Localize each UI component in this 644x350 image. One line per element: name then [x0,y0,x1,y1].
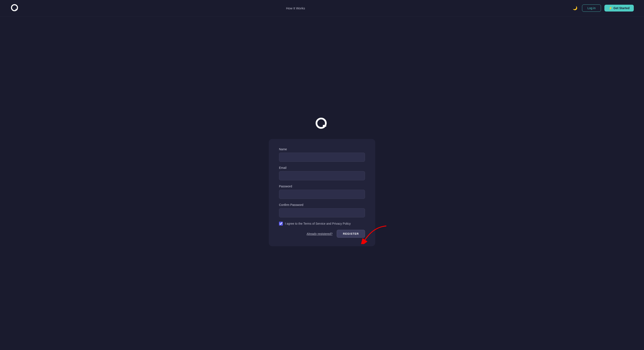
svg-rect-5 [323,125,326,127]
center-logo [314,116,330,132]
register-button[interactable]: REGISTER [337,230,365,238]
annotation-arrow [361,225,390,244]
terms-checkbox[interactable] [279,222,283,225]
confirm-password-field-group: Confirm Password [279,203,365,217]
navbar-nav: How It Works [286,7,305,10]
confirm-password-label: Confirm Password [279,203,365,207]
form-footer: Already registered? REGISTER [279,230,365,238]
svg-rect-1 [14,7,16,9]
center-logo-icon [314,116,330,131]
name-label: Name [279,148,365,151]
email-input[interactable] [279,171,365,180]
name-input[interactable] [279,153,365,162]
already-registered-link[interactable]: Already registered? [307,232,332,235]
terms-checkbox-row: I agree to the Terms of Service and Priv… [279,222,365,225]
get-started-label: Get Started [614,7,630,10]
nav-logo[interactable] [10,4,20,13]
bolt-icon: ⚡ [609,7,612,10]
confirm-password-input[interactable] [279,208,365,217]
theme-toggle-button[interactable]: 🌙 [572,5,578,12]
password-input[interactable] [279,190,365,199]
svg-rect-4 [321,121,323,125]
svg-rect-2 [16,9,18,10]
main-content: Name Email Password Confirm Password I a… [0,17,644,350]
name-field-group: Name [279,148,365,162]
email-field-group: Email [279,166,365,180]
login-button[interactable]: Log in [582,5,601,12]
navbar-actions: 🌙 Log in ⚡ Get Started [572,5,634,12]
register-form-card: Name Email Password Confirm Password I a… [269,139,375,246]
navbar: How It Works 🌙 Log in ⚡ Get Started [0,0,644,17]
password-field-group: Password [279,185,365,199]
logo-icon [10,4,20,13]
terms-checkbox-label[interactable]: I agree to the Terms of Service and Priv… [285,222,351,225]
email-label: Email [279,166,365,169]
get-started-button[interactable]: ⚡ Get Started [604,5,634,12]
moon-icon: 🌙 [573,6,577,11]
password-label: Password [279,185,365,188]
nav-how-it-works[interactable]: How It Works [286,7,305,10]
